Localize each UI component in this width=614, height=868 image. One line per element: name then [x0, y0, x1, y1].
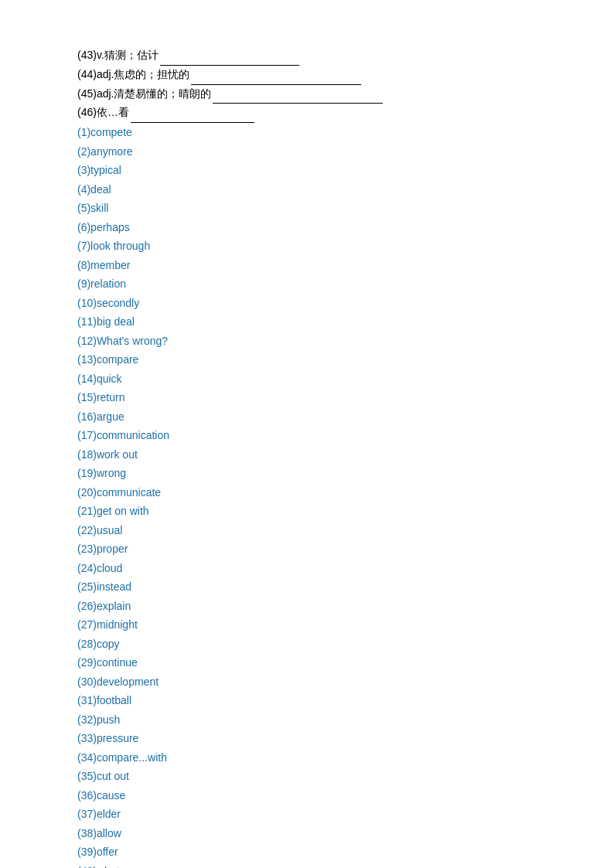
- vocab-item-19: (19)wrong: [77, 464, 591, 483]
- fill-item-43: (43)v.猜测；估计: [77, 46, 591, 66]
- item-number-43: (43)v.猜测；估计: [77, 49, 159, 61]
- vocab-item-26: (26)explain: [77, 597, 591, 616]
- main-content: (43)v.猜测；估计 (44)adj.焦虑的；担忧的 (45)adj.清楚易懂…: [77, 46, 591, 868]
- vocab-item-6: (6)perhaps: [77, 218, 591, 237]
- vocab-item-37: (37)elder: [77, 805, 591, 824]
- fill-item-46: (46)依…看: [77, 104, 591, 123]
- vocab-item-1: (1)compete: [77, 123, 591, 142]
- vocab-item-38: (38)allow: [77, 824, 591, 843]
- vocab-list-section: (1)compete (2)anymore (3)typical (4)deal…: [77, 123, 591, 868]
- vocab-item-30: (30)development: [77, 672, 591, 692]
- vocab-item-31: (31)football: [77, 691, 591, 710]
- vocab-item-32: (32)push: [77, 710, 591, 730]
- vocab-item-12: (12)What's wrong?: [77, 332, 591, 351]
- blank-44: [191, 66, 361, 85]
- vocab-item-11: (11)big deal: [77, 312, 591, 332]
- vocab-item-3: (3)typical: [77, 161, 591, 180]
- vocab-item-27: (27)midnight: [77, 615, 591, 635]
- vocab-item-25: (25)instead: [77, 577, 591, 597]
- vocab-item-2: (2)anymore: [77, 142, 591, 162]
- blank-45: [213, 85, 383, 104]
- vocab-item-5: (5)skill: [77, 199, 591, 218]
- vocab-item-28: (28)copy: [77, 635, 591, 654]
- vocab-item-13: (13)compare: [77, 350, 591, 369]
- vocab-item-15: (15)return: [77, 388, 591, 407]
- vocab-item-39: (39)offer: [77, 842, 591, 862]
- vocab-item-35: (35)cut out: [77, 767, 591, 786]
- vocab-item-9: (9)relation: [77, 274, 591, 294]
- vocab-item-23: (23)proper: [77, 540, 591, 559]
- blank-46: [131, 104, 254, 123]
- vocab-item-10: (10)secondly: [77, 294, 591, 313]
- item-number-45: (45)adj.清楚易懂的；晴朗的: [77, 87, 211, 100]
- blank-43: [160, 46, 299, 66]
- vocab-item-4: (4)deal: [77, 180, 591, 199]
- vocab-item-7: (7)look through: [77, 237, 591, 256]
- vocab-item-20: (20)communicate: [77, 483, 591, 502]
- vocab-item-16: (16)argue: [77, 407, 591, 427]
- vocab-item-24: (24)cloud: [77, 559, 591, 578]
- fill-item-44: (44)adj.焦虑的；担忧的: [77, 66, 591, 85]
- vocab-item-18: (18)work out: [77, 445, 591, 465]
- vocab-item-34: (34)compare...with: [77, 748, 591, 768]
- vocab-item-36: (36)cause: [77, 786, 591, 805]
- vocab-item-22: (22)usual: [77, 521, 591, 540]
- item-number-46: (46)依…看: [77, 106, 129, 118]
- vocab-item-40: (40)whatever: [77, 862, 591, 868]
- vocab-item-29: (29)continue: [77, 653, 591, 672]
- vocab-item-21: (21)get on with: [77, 502, 591, 521]
- fill-item-45: (45)adj.清楚易懂的；晴朗的: [77, 85, 591, 104]
- vocab-item-8: (8)member: [77, 256, 591, 275]
- vocab-item-17: (17)communication: [77, 426, 591, 445]
- vocab-item-14: (14)quick: [77, 369, 591, 389]
- fill-blanks-section: (43)v.猜测；估计 (44)adj.焦虑的；担忧的 (45)adj.清楚易懂…: [77, 46, 591, 123]
- item-number-44: (44)adj.焦虑的；担忧的: [77, 68, 189, 80]
- vocab-item-33: (33)pressure: [77, 729, 591, 748]
